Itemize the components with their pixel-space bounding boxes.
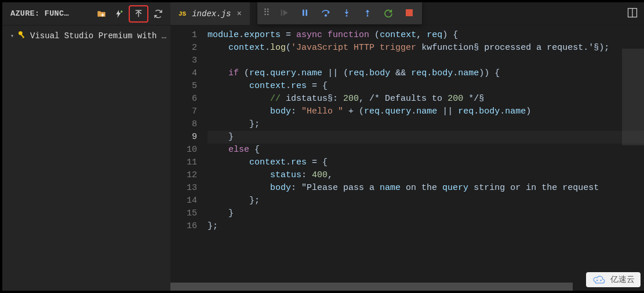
code-line[interactable]: }; [208, 195, 644, 207]
line-number: 12 [170, 169, 197, 182]
code-line[interactable]: // idstatus§: 200, /* Defaults to 200 */… [208, 93, 644, 105]
line-number: 15 [170, 207, 197, 220]
sidebar-title: AZURE: FUNC… [10, 9, 92, 18]
tree-item-label: Visual Studio Premium with … [30, 31, 166, 41]
sidebar-header: AZURE: FUNC… [2, 2, 170, 25]
code-line[interactable]: } [208, 131, 644, 144]
code-line[interactable]: }; [208, 118, 644, 131]
code-line[interactable]: context.res = { [208, 80, 644, 93]
svg-point-17 [367, 15, 369, 17]
stop-icon[interactable] [400, 3, 419, 22]
tab-filename: index.js [192, 9, 231, 19]
line-number: 1 [170, 29, 197, 42]
code-line[interactable]: else { [208, 144, 644, 156]
bolt-plus-icon[interactable] [111, 6, 126, 21]
line-number: 16 [170, 220, 197, 233]
code-line[interactable]: body: "Please pass a name on the query s… [208, 182, 644, 195]
svg-point-23 [600, 280, 602, 281]
step-into-icon[interactable] [337, 3, 356, 22]
svg-point-13 [325, 14, 327, 16]
line-numbers: 12345678910111213141516 [170, 25, 208, 291]
step-out-icon[interactable] [358, 3, 377, 22]
code-line[interactable]: if (req.query.name || (req.body && req.b… [208, 67, 644, 80]
tree-item-subscription[interactable]: ▾ Visual Studio Premium with … [2, 29, 170, 43]
svg-marker-10 [283, 10, 288, 16]
code-line[interactable]: module.exports = async function (context… [208, 29, 644, 42]
debug-toolbar[interactable]: ⠿ [257, 1, 422, 24]
svg-point-14 [346, 15, 348, 17]
line-number: 9 [170, 131, 197, 144]
svg-marker-16 [345, 12, 349, 14]
upload-icon[interactable] [129, 5, 148, 23]
continue-icon[interactable] [275, 3, 293, 22]
line-number: 13 [170, 182, 197, 195]
code-line[interactable] [208, 54, 644, 67]
editor-body[interactable]: 12345678910111213141516 module.exports =… [170, 25, 644, 291]
watermark: 亿速云 [586, 272, 641, 287]
line-number: 14 [170, 195, 197, 207]
line-number: 4 [170, 67, 197, 80]
code-line[interactable]: status: 400, [208, 169, 644, 182]
line-number: 10 [170, 144, 197, 156]
code-content[interactable]: module.exports = async function (context… [208, 25, 644, 291]
code-line[interactable]: } [208, 207, 644, 220]
code-line[interactable]: body: "Hello " + (req.query.name || req.… [208, 105, 644, 118]
tab-bar-area: ⠿ [250, 2, 644, 25]
svg-rect-9 [281, 10, 282, 16]
horizontal-scrollbar[interactable] [170, 283, 644, 291]
sidebar: AZURE: FUNC… ▾ Visual Studio Premium wit… [2, 2, 170, 291]
svg-rect-1 [101, 14, 104, 15]
code-line[interactable]: }; [208, 220, 644, 233]
close-icon[interactable]: × [237, 9, 241, 19]
svg-rect-12 [305, 10, 307, 16]
refresh-icon[interactable] [151, 6, 166, 21]
chevron-down-icon: ▾ [10, 32, 14, 39]
subscription-tree: ▾ Visual Studio Premium with … [2, 25, 170, 46]
svg-rect-11 [303, 10, 304, 16]
line-number: 6 [170, 93, 197, 105]
split-editor-icon[interactable] [627, 7, 638, 21]
tab-index-js[interactable]: JS index.js × [170, 2, 250, 25]
line-number: 3 [170, 54, 197, 67]
line-number: 2 [170, 42, 197, 54]
step-over-icon[interactable] [316, 3, 335, 22]
js-file-icon: JS [179, 10, 186, 17]
line-number: 7 [170, 105, 197, 118]
key-icon [17, 30, 27, 42]
line-number: 8 [170, 118, 197, 131]
pause-icon[interactable] [296, 3, 314, 22]
svg-point-22 [596, 280, 598, 281]
svg-marker-19 [366, 10, 370, 12]
code-line[interactable]: context.res = { [208, 156, 644, 169]
tab-bar: JS index.js × ⠿ [170, 2, 644, 25]
code-line[interactable]: context.log('JavaScript HTTP trigger kwf… [208, 42, 644, 54]
grip-icon[interactable]: ⠿ [261, 7, 272, 19]
minimap[interactable] [622, 49, 644, 291]
editor-area: JS index.js × ⠿ [170, 2, 644, 291]
line-number: 11 [170, 156, 197, 169]
watermark-text: 亿速云 [610, 274, 635, 285]
restart-icon[interactable] [379, 3, 398, 22]
line-number: 5 [170, 80, 197, 93]
scrollbar-thumb[interactable] [170, 283, 573, 291]
folder-plus-icon[interactable] [94, 6, 109, 21]
